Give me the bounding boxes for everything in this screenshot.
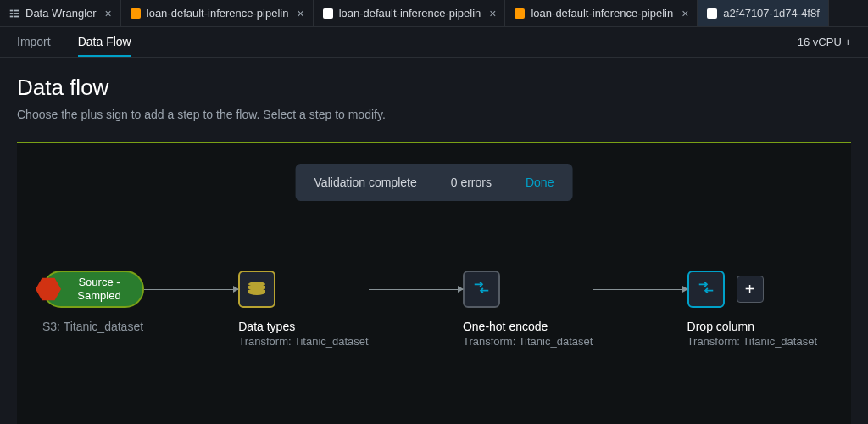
tab-label: loan-default-inference-pipelin (339, 7, 481, 20)
add-step-button[interactable]: + (737, 276, 764, 303)
transform-box-selected[interactable] (687, 271, 725, 308)
node-data-types[interactable]: Data types Transform: Titanic_dataset (238, 271, 368, 348)
node-label: One-hot encode (463, 320, 548, 333)
database-icon (248, 282, 265, 297)
svg-rect-0 (10, 9, 14, 11)
tab-loan-2[interactable]: loan-default-inference-pipelin × (314, 0, 506, 26)
tab-label: loan-default-inference-pipelin (147, 7, 289, 20)
subnav-data-flow[interactable]: Data Flow (78, 28, 131, 57)
svg-rect-8 (515, 8, 525, 19)
tab-bar: Data Wrangler × loan-default-inference-p… (0, 0, 868, 27)
close-icon[interactable]: × (297, 7, 303, 20)
tab-label: a2f47107-1d74-4f8f (723, 7, 819, 20)
transform-box[interactable] (463, 271, 500, 308)
node-label: Drop column (687, 320, 754, 333)
source-node-box[interactable]: Source - Sampled (42, 271, 144, 308)
close-icon[interactable]: × (682, 7, 688, 20)
node-drop-column[interactable]: + Drop column Transform: Titanic_dataset (687, 271, 817, 348)
node-sublabel: Transform: Titanic_dataset (687, 335, 817, 348)
tab-loan-1[interactable]: loan-default-inference-pipelin × (121, 0, 314, 26)
svg-rect-9 (707, 8, 717, 19)
file-icon (322, 8, 334, 20)
flow-canvas[interactable]: Validation complete 0 errors Done Source… (17, 142, 851, 424)
resource-status: 16 vCPU + (798, 36, 851, 48)
toast-message: Validation complete (314, 176, 417, 189)
validation-toast: Validation complete 0 errors Done (296, 164, 573, 201)
toast-errors: 0 errors (451, 176, 492, 189)
connector (144, 271, 238, 308)
svg-rect-7 (323, 8, 333, 19)
svg-rect-2 (10, 15, 14, 17)
page-header: Data flow Choose the plus sign to add a … (0, 58, 868, 131)
node-label: S3: Titanic_dataset (42, 320, 143, 333)
tab-data-wrangler[interactable]: Data Wrangler × (0, 0, 121, 26)
file-icon (706, 8, 718, 20)
subnav-import[interactable]: Import (17, 28, 51, 57)
page-title: Data flow (17, 75, 851, 101)
tab-loan-3[interactable]: loan-default-inference-pipelin × (505, 0, 698, 26)
file-icon (130, 8, 142, 20)
tab-label: Data Wrangler (25, 7, 97, 20)
node-sublabel: Transform: Titanic_dataset (238, 335, 368, 348)
close-icon[interactable]: × (489, 7, 496, 20)
file-icon (514, 8, 526, 20)
wrangler-icon (8, 8, 20, 20)
node-one-hot[interactable]: One-hot encode Transform: Titanic_datase… (463, 271, 593, 348)
svg-rect-6 (131, 8, 141, 19)
flow-graph: Source - Sampled S3: Titanic_dataset Dat… (76, 271, 817, 348)
page-subtitle: Choose the plus sign to add a step to th… (17, 108, 851, 121)
node-label: Data types (238, 320, 295, 333)
node-source[interactable]: Source - Sampled S3: Titanic_dataset (42, 271, 144, 333)
transform-icon (697, 278, 715, 300)
tab-active-flow[interactable]: a2f47107-1d74-4f8f (698, 0, 828, 26)
svg-rect-1 (10, 13, 14, 14)
svg-rect-5 (14, 15, 19, 17)
connector (593, 271, 687, 308)
connector (369, 271, 463, 308)
svg-rect-4 (14, 13, 19, 14)
tab-label: loan-default-inference-pipelin (531, 7, 673, 20)
node-sublabel: Transform: Titanic_dataset (463, 335, 593, 348)
close-icon[interactable]: × (105, 7, 112, 20)
toast-done-button[interactable]: Done (526, 176, 554, 189)
svg-rect-3 (14, 9, 19, 11)
sub-nav: Import Data Flow 16 vCPU + (0, 27, 868, 58)
transform-icon (472, 278, 491, 300)
data-types-box[interactable] (238, 271, 275, 308)
